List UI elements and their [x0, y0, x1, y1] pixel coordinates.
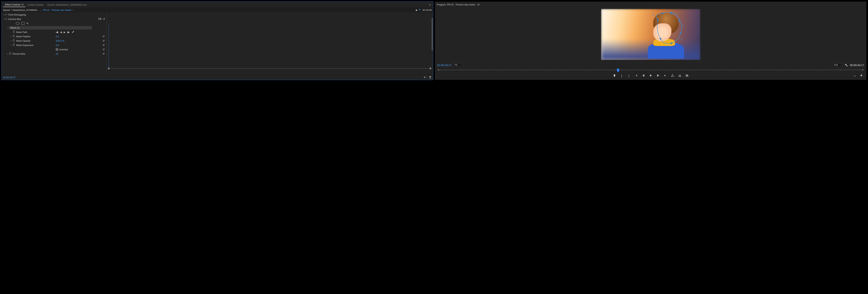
property-value[interactable]: 0.0: [56, 44, 59, 46]
horizontal-scrollbar[interactable]: [108, 67, 431, 70]
zoom-value: Fit: [455, 64, 457, 66]
play-icon[interactable]: [649, 74, 653, 77]
playhead-thumb[interactable]: [617, 69, 619, 71]
mask-label[interactable]: Mask (1): [9, 26, 92, 30]
inverted-label: Inverted: [59, 48, 68, 51]
resolution-dropdown[interactable]: Full: [833, 63, 842, 67]
chevron-icon[interactable]: [10, 35, 12, 37]
export-icon[interactable]: [429, 76, 432, 79]
program-controls: 01:00:18:17 Fit Full 00:00:44:17 { }: [435, 61, 866, 80]
chevron-icon[interactable]: [7, 27, 9, 29]
property-value[interactable]: 20: [56, 52, 58, 55]
svg-point-10: [681, 38, 682, 39]
svg-point-8: [653, 14, 654, 15]
mask-path-row: Mask Path ◂▮ ◀ ▶ ▮▸: [2, 30, 106, 34]
rectangle-mask-icon[interactable]: [21, 22, 25, 25]
mark-out-icon[interactable]: }: [627, 74, 631, 77]
track-forward-one-icon[interactable]: ▮▸: [67, 31, 70, 34]
fx-icon: fx: [5, 18, 7, 20]
pen-mask-icon[interactable]: [26, 22, 29, 25]
program-time-slider[interactable]: [437, 68, 864, 72]
chevron-icon[interactable]: [3, 18, 5, 20]
duration-timecode: 00:00:44:17: [850, 64, 864, 67]
chevron-icon[interactable]: [10, 40, 12, 42]
tab-lumetri-scopes[interactable]: Lumetri Scopes: [25, 3, 45, 7]
chevron-icon[interactable]: [3, 14, 5, 16]
go-to-out-icon[interactable]: [663, 74, 667, 77]
master-clip-name[interactable]: Master * AdobeStock_67340840...: [3, 9, 39, 11]
stopwatch-icon[interactable]: [12, 35, 15, 38]
effect-label: Time Remapping: [8, 13, 26, 16]
sequence-name[interactable]: PR 01 - Precise clip masks *...: [43, 9, 75, 11]
tab-label: Effect Controls: [5, 3, 20, 6]
go-to-in-icon[interactable]: [634, 74, 638, 77]
chevron-icon[interactable]: [7, 53, 9, 55]
caret-icon[interactable]: ⌄: [40, 9, 42, 11]
scroll-knob-left[interactable]: [108, 68, 110, 69]
step-forward-icon[interactable]: [656, 74, 660, 77]
inverted-checkbox[interactable]: [56, 48, 58, 51]
ellipse-mask-icon[interactable]: [16, 22, 20, 25]
track-backward-icon[interactable]: ◀: [60, 31, 62, 34]
reset-icon[interactable]: [103, 17, 105, 21]
mask-path-overlay[interactable]: [650, 11, 686, 46]
playhead-icon[interactable]: [419, 9, 421, 10]
stopwatch-icon[interactable]: [12, 39, 15, 42]
vertical-scrollbar[interactable]: [432, 18, 433, 50]
timeline-start-timecode: 00:26:08: [419, 9, 432, 11]
stopwatch-icon[interactable]: [12, 44, 15, 46]
extract-icon[interactable]: [678, 74, 682, 77]
menu-icon[interactable]: [22, 4, 24, 5]
reset-icon[interactable]: [102, 35, 105, 38]
tab-effect-controls[interactable]: Effect Controls: [3, 3, 25, 7]
program-preview[interactable]: [435, 7, 866, 61]
effect-properties-column: fx Time Remapping fx Camera Blur: [2, 12, 106, 75]
svg-rect-7: [660, 38, 661, 39]
play-only-icon[interactable]: ▶: [416, 9, 418, 11]
svg-rect-2: [661, 13, 663, 14]
mask-row[interactable]: Mask (1): [2, 26, 106, 30]
overflow-icon[interactable]: »: [429, 3, 431, 6]
stopwatch-icon[interactable]: [9, 52, 11, 55]
wrench-icon[interactable]: [72, 30, 74, 34]
mask-opacity-row: Mask Opacity 100.0 %: [2, 39, 106, 43]
svg-rect-5: [680, 33, 681, 34]
zoom-dropdown[interactable]: Fit: [454, 63, 462, 67]
property-label: Mask Path: [16, 31, 27, 34]
settings-icon[interactable]: [845, 64, 848, 67]
svg-rect-1: [657, 19, 658, 21]
effect-label: Camera Blur: [8, 18, 21, 21]
settings-icon[interactable]: [98, 17, 101, 21]
add-marker-icon[interactable]: [613, 74, 616, 77]
track-backward-one-icon[interactable]: ◂▮: [56, 31, 58, 34]
step-back-icon[interactable]: [642, 74, 645, 77]
effect-row-time-remapping[interactable]: fx Time Remapping: [2, 12, 106, 17]
reset-icon[interactable]: [102, 44, 105, 46]
effect-row-camera-blur[interactable]: fx Camera Blur: [2, 17, 106, 21]
tab-source[interactable]: Source: AdobeStock_165068585.mov: [45, 3, 89, 7]
slider-end-right[interactable]: [862, 69, 864, 71]
lift-icon[interactable]: [671, 74, 674, 77]
track-forward-icon[interactable]: ▶: [64, 31, 65, 34]
mark-in-icon[interactable]: {: [620, 74, 623, 77]
reset-icon[interactable]: [102, 52, 105, 55]
chevron-icon[interactable]: [10, 44, 12, 46]
stopwatch-icon[interactable]: [12, 31, 15, 33]
current-timecode[interactable]: 01:00:18:17: [3, 76, 16, 79]
menu-icon[interactable]: [477, 4, 479, 5]
percent-blur-row: Percent Blur 20: [2, 51, 106, 56]
effect-timeline-column[interactable]: [106, 12, 433, 75]
effect-controls-header: Master * AdobeStock_67340840... ⌄ PR 01 …: [2, 7, 433, 12]
property-value[interactable]: 0.0: [56, 35, 59, 38]
toggle-icon[interactable]: ▶♪: [424, 76, 427, 79]
property-value[interactable]: 100.0 %: [56, 39, 64, 42]
overflow-icon[interactable]: »: [853, 74, 857, 77]
mask-inverted-row: Inverted: [2, 47, 106, 51]
export-frame-icon[interactable]: [685, 74, 689, 77]
scroll-knob-right[interactable]: [430, 68, 431, 69]
current-timecode[interactable]: 01:00:18:17: [437, 64, 452, 67]
button-editor-icon[interactable]: ✚: [860, 74, 863, 77]
reset-icon[interactable]: [102, 39, 105, 42]
slider-end-left[interactable]: [438, 69, 439, 71]
reset-icon[interactable]: [102, 48, 105, 51]
